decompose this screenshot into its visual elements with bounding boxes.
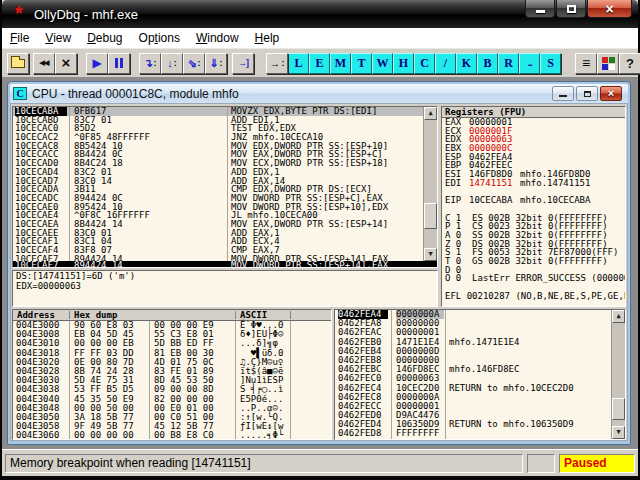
view-handles-button[interactable]: H bbox=[393, 53, 414, 74]
disasm-scrollbar[interactable]: ▲ ▼ bbox=[423, 107, 437, 261]
menu-item-window[interactable]: Window bbox=[188, 29, 247, 47]
view-patches-button[interactable]: / bbox=[435, 53, 456, 74]
step-over-button[interactable]: ↓: bbox=[161, 53, 183, 74]
close-program-button[interactable]: × bbox=[55, 53, 77, 74]
trace-into-button[interactable]: ⇘: bbox=[183, 53, 205, 74]
disasm-address: 10CECAF7 bbox=[15, 261, 67, 267]
scrollbar-thumb[interactable] bbox=[612, 398, 625, 420]
scroll-up-icon[interactable]: ▲ bbox=[424, 107, 437, 120]
view-cpu-button[interactable]: C bbox=[414, 53, 435, 74]
disasm-row[interactable]: 10CECAF7894424 14MOV DWORD PTR SS:[ESP+1… bbox=[13, 261, 437, 267]
disasm-instruction: MOV DWORD PTR SS:[ESP+14],EAX bbox=[231, 261, 388, 267]
restart-button[interactable]: ◀◀ bbox=[33, 53, 55, 74]
help-icon: ? bbox=[626, 56, 634, 71]
open-file-button[interactable] bbox=[7, 53, 29, 74]
close-button[interactable]: × bbox=[587, 0, 632, 18]
menu-item-options[interactable]: Options bbox=[131, 29, 188, 47]
view-log-button[interactable]: L bbox=[288, 53, 309, 74]
appearance-button[interactable] bbox=[597, 53, 619, 74]
step-into-icon: ↴ bbox=[143, 57, 152, 70]
help-button[interactable]: ? bbox=[619, 53, 640, 74]
scroll-down-icon[interactable]: ▼ bbox=[612, 426, 625, 439]
view-executables-button[interactable]: E bbox=[309, 53, 330, 74]
register-line[interactable]: EIP10CECABAmhfo.10CECABA bbox=[442, 196, 625, 205]
title-bar[interactable]: * OllyDbg - mhf.exe × bbox=[2, 0, 638, 28]
header-notch bbox=[290, 311, 291, 319]
menu-item-debug[interactable]: Debug bbox=[79, 29, 130, 47]
view-call-stack-button[interactable]: K bbox=[456, 53, 477, 74]
step-over-icon: ↓ bbox=[167, 57, 173, 69]
view-references-button[interactable]: R bbox=[498, 53, 519, 74]
view-breakpoints-button[interactable]: B bbox=[477, 53, 498, 74]
register-comment: mhfo.14741151 bbox=[520, 179, 590, 188]
memory-dump-pane[interactable]: Address Hex dump ASCII 004E300090 60 E8 … bbox=[12, 309, 332, 440]
pause-button[interactable] bbox=[108, 53, 130, 74]
trace-into-icon: ⇘ bbox=[187, 57, 196, 70]
open-windows-button[interactable]: ≡ bbox=[575, 53, 597, 74]
menu-item-file[interactable]: File bbox=[2, 29, 37, 47]
register-value: 10CECABA bbox=[469, 196, 512, 205]
view-threads-button[interactable]: T bbox=[351, 53, 372, 74]
view-run-trace-button[interactable]: ... bbox=[519, 53, 540, 74]
view-windows-button[interactable]: W bbox=[372, 53, 393, 74]
register-line[interactable]: O 0 LastErr ERROR_SUCCESS (00000000) bbox=[442, 274, 625, 283]
menu-item-help[interactable]: Help bbox=[247, 29, 288, 47]
run-icon: ▶ bbox=[92, 56, 101, 70]
window-controls: × bbox=[524, 0, 632, 18]
dump-column-divider bbox=[290, 321, 291, 439]
status-spacer-field bbox=[527, 454, 555, 473]
close-icon: × bbox=[605, 2, 613, 16]
disasm-bytes: 894424 14 bbox=[74, 261, 123, 267]
view-memory-button[interactable]: M bbox=[330, 53, 351, 74]
dump-group-divider bbox=[149, 321, 150, 439]
header-notch bbox=[235, 311, 236, 319]
registers-pane[interactable]: Registers (FPU) EAX00000001ECX0000001FED… bbox=[441, 106, 626, 307]
stack-pane[interactable]: 0462FEA40000000A0462FEA8000000000462FEAC… bbox=[334, 309, 626, 440]
cpu-restore-button[interactable] bbox=[576, 86, 598, 101]
stack-column-divider bbox=[391, 310, 392, 439]
ollydbg-window: * OllyDbg - mhf.exe × FileViewDebugOptio… bbox=[2, 0, 638, 478]
cpu-close-icon: × bbox=[608, 88, 614, 99]
register-line[interactable]: EDI14741151mhfo.14741151 bbox=[442, 179, 625, 188]
ollydbg-logo-icon: * bbox=[9, 5, 29, 23]
go-to-address-button[interactable]: →: bbox=[266, 53, 288, 74]
register-line[interactable]: T 0 GS 002B 32bit 0(FFFFFFFF) bbox=[442, 257, 625, 266]
window-title: OllyDbg - mhf.exe bbox=[34, 7, 138, 22]
cpu-title-bar[interactable]: C CPU - thread 00001C8C, module mhfo × bbox=[10, 84, 628, 103]
trace-over-icon: ⇓ bbox=[209, 57, 218, 70]
dump-column-divider bbox=[69, 321, 70, 439]
info-pane[interactable]: DS:[14741151]=6D ('m')EDX=00000063 bbox=[12, 270, 438, 307]
disasm-column-divider bbox=[69, 107, 70, 267]
run-button[interactable]: ▶ bbox=[86, 53, 108, 74]
menu-item-view[interactable]: View bbox=[37, 29, 79, 47]
step-into-button[interactable]: ↴: bbox=[139, 53, 161, 74]
dump-address-header: Address bbox=[17, 310, 55, 320]
register-name: EIP bbox=[445, 196, 461, 205]
register-line[interactable]: EFL 00210287 (NO,B,NE,BE,S,PE,GE,LE) bbox=[442, 292, 625, 301]
cpu-window: C CPU - thread 00001C8C, module mhfo × 1… bbox=[7, 81, 631, 445]
header-notch bbox=[69, 311, 70, 319]
scroll-down-icon[interactable]: ▼ bbox=[424, 248, 437, 261]
cpu-window-title: CPU - thread 00001C8C, module mhfo bbox=[32, 87, 239, 101]
view-source-button[interactable]: S bbox=[540, 53, 561, 74]
status-state-badge: Paused bbox=[559, 454, 635, 473]
cpu-close-button[interactable]: × bbox=[600, 86, 622, 101]
minimize-button[interactable] bbox=[525, 0, 555, 18]
stack-scrollbar[interactable]: ▲ ▼ bbox=[611, 310, 625, 439]
scrollbar-thumb[interactable] bbox=[424, 203, 437, 229]
dump-ascii: .....╕Φ└ bbox=[240, 431, 283, 440]
execute-till-return-button[interactable]: →] bbox=[232, 53, 254, 74]
close-program-icon: × bbox=[62, 58, 71, 68]
cpu-minimize-button[interactable] bbox=[552, 86, 574, 101]
info-line: EDX=00000063 bbox=[16, 282, 437, 292]
register-line[interactable] bbox=[442, 300, 625, 307]
stack-row[interactable]: 0462FED8FFFFFFFF bbox=[335, 429, 625, 438]
maximize-button[interactable] bbox=[556, 0, 586, 18]
disassembly-pane[interactable]: 10CECABA0FB617MOVZX EDX,BYTE PTR DS:[EDI… bbox=[12, 106, 438, 268]
scroll-up-icon[interactable]: ▲ bbox=[612, 310, 625, 323]
dump-row[interactable]: 004E306000 00 00 0000 B8 E8 C0.....╕Φ└ bbox=[13, 431, 331, 440]
disasm-column-divider bbox=[227, 107, 228, 267]
disasm-partial-row[interactable]: 10CECAF7894424 14MOV DWORD PTR SS:[ESP+1… bbox=[13, 261, 437, 267]
trace-over-button[interactable]: ⇓: bbox=[205, 53, 227, 74]
stack-comment: mhfo.146FD8EC bbox=[449, 365, 519, 374]
